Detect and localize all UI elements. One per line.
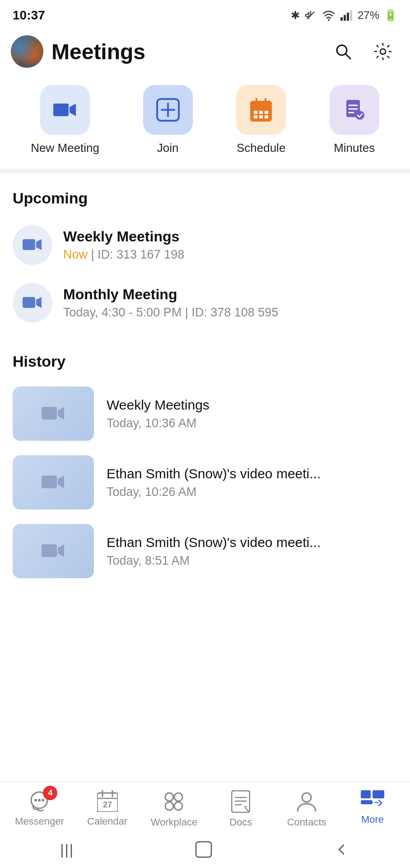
meeting-name-monthly: Monthly Meeting (63, 286, 397, 303)
system-nav-bar: ||| (0, 833, 410, 868)
svg-rect-9 (53, 104, 69, 116)
upcoming-section: Upcoming Weekly Meetings Now | ID: 313 1… (0, 173, 410, 336)
history-time-2: Today, 8:51 AM (107, 554, 397, 568)
svg-rect-23 (265, 115, 268, 118)
svg-rect-22 (259, 115, 263, 118)
docs-label: Docs (229, 816, 252, 828)
new-meeting-action[interactable]: New Meeting (31, 85, 99, 155)
svg-rect-4 (347, 13, 349, 21)
schedule-label: Schedule (237, 141, 285, 155)
history-info-0: Weekly Meetings Today, 10:36 AM (107, 397, 397, 430)
calendar-icon-wrap: 27 (97, 790, 118, 812)
schedule-action[interactable]: Schedule (236, 85, 286, 155)
action-row: New Meeting Join (0, 76, 410, 169)
nav-item-docs[interactable]: Docs (218, 790, 263, 828)
status-bar: 10:37 ✱ 27% 🔋 (0, 0, 410, 27)
meeting-detail-weekly: Now | ID: 313 167 198 (63, 248, 397, 262)
status-icons: ✱ 27% 🔋 (291, 9, 397, 22)
svg-point-43 (165, 793, 173, 801)
page-title: Meetings (51, 39, 145, 64)
meeting-item-monthly[interactable]: Monthly Meeting Today, 4:30 - 5:00 PM | … (13, 274, 397, 332)
messenger-badge: 4 (43, 786, 57, 800)
nav-item-contacts[interactable]: Contacts (284, 790, 329, 828)
nav-items: 4 Messenger 27 Calendar (0, 782, 410, 833)
settings-button[interactable] (369, 38, 396, 65)
new-meeting-label: New Meeting (31, 141, 99, 155)
history-time-0: Today, 10:36 AM (107, 416, 397, 430)
search-button[interactable] (330, 38, 357, 65)
svg-point-35 (34, 799, 37, 802)
svg-rect-56 (374, 802, 379, 803)
svg-point-44 (174, 793, 182, 801)
contacts-label: Contacts (287, 816, 326, 828)
more-label: More (361, 814, 384, 826)
meeting-info-monthly: Monthly Meeting Today, 4:30 - 5:00 PM | … (63, 286, 397, 320)
battery-icon: 🔋 (384, 9, 397, 22)
contacts-icon-wrap (296, 790, 317, 813)
history-item-1[interactable]: Ethan Smith (Snow)'s video meeti... Toda… (13, 448, 397, 517)
history-thumb-1 (13, 455, 94, 509)
svg-rect-3 (344, 15, 346, 21)
signal-icon (340, 10, 353, 21)
svg-rect-54 (373, 790, 384, 798)
header-actions (330, 38, 396, 65)
recents-btn[interactable]: ||| (60, 841, 74, 858)
svg-point-37 (42, 799, 44, 802)
history-section: History Weekly Meetings Today, 10:36 AM … (0, 336, 410, 590)
history-thumb-2 (13, 524, 94, 578)
bluetooth-icon: ✱ (291, 9, 300, 22)
meeting-id-monthly: ID: 378 108 595 (191, 306, 278, 319)
svg-line-51 (246, 808, 248, 811)
app-header: Meetings (0, 27, 410, 76)
bottom-nav: 4 Messenger 27 Calendar (0, 782, 410, 868)
messenger-icon-wrap: 4 (28, 790, 51, 812)
avatar[interactable] (11, 35, 43, 68)
back-btn[interactable] (334, 841, 350, 858)
svg-rect-21 (254, 115, 257, 118)
nav-item-more[interactable]: More (350, 790, 395, 828)
svg-rect-2 (340, 17, 343, 21)
history-title: History (13, 353, 397, 370)
join-action[interactable]: Join (143, 85, 193, 155)
separator-1: | (91, 248, 98, 261)
svg-text:27: 27 (103, 800, 112, 809)
nav-item-workplace[interactable]: Workplace (151, 790, 198, 828)
svg-rect-53 (361, 790, 371, 798)
meeting-icon-weekly (13, 225, 52, 265)
svg-rect-32 (42, 476, 57, 488)
meeting-time-monthly: Today, 4:30 - 5:00 PM (63, 306, 182, 319)
wifi-icon (321, 9, 336, 22)
history-name-0: Weekly Meetings (107, 397, 397, 413)
svg-line-7 (345, 54, 350, 59)
meeting-detail-monthly: Today, 4:30 - 5:00 PM | ID: 378 108 595 (63, 306, 397, 320)
history-info-1: Ethan Smith (Snow)'s video meeti... Toda… (107, 466, 397, 499)
svg-rect-30 (23, 297, 35, 308)
history-thumb-0 (13, 387, 94, 441)
status-time: 10:37 (13, 8, 45, 23)
meeting-id-weekly: ID: 313 167 198 (98, 248, 184, 261)
history-item-2[interactable]: Ethan Smith (Snow)'s video meeti... Toda… (13, 517, 397, 585)
svg-rect-57 (196, 842, 211, 857)
meeting-item-weekly[interactable]: Weekly Meetings Now | ID: 313 167 198 (13, 216, 397, 274)
workplace-label: Workplace (151, 816, 198, 828)
schedule-icon-box (236, 85, 286, 135)
header-left: Meetings (11, 35, 145, 68)
nav-item-calendar[interactable]: 27 Calendar (85, 790, 130, 828)
svg-point-52 (302, 793, 311, 802)
minutes-action[interactable]: Minutes (330, 85, 379, 155)
svg-rect-33 (42, 544, 57, 557)
join-label: Join (157, 141, 179, 155)
home-btn[interactable] (194, 840, 213, 859)
history-name-1: Ethan Smith (Snow)'s video meeti... (107, 466, 397, 481)
svg-rect-19 (259, 111, 263, 114)
history-time-1: Today, 10:26 AM (107, 485, 397, 499)
minutes-icon-box (330, 85, 379, 135)
svg-rect-55 (361, 800, 373, 804)
svg-point-1 (328, 19, 330, 21)
history-item-0[interactable]: Weekly Meetings Today, 10:36 AM (13, 379, 397, 448)
meeting-icon-monthly (13, 283, 52, 323)
docs-icon-wrap (231, 790, 250, 813)
history-info-2: Ethan Smith (Snow)'s video meeti... Toda… (107, 535, 397, 568)
calendar-label: Calendar (87, 816, 127, 827)
nav-item-messenger[interactable]: 4 Messenger (15, 790, 64, 828)
